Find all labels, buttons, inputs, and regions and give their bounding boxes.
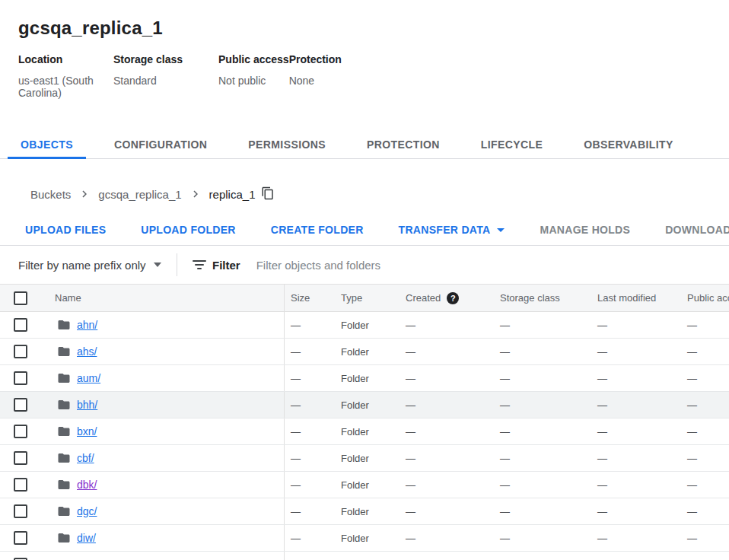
toolbar-button[interactable]: TRANSFER DATA [390, 216, 514, 243]
toolbar-button-label: UPLOAD FOLDER [141, 224, 235, 236]
table-row: diw/ — Folder — — — — [0, 525, 729, 552]
folder-icon [57, 451, 71, 465]
help-icon[interactable]: ? [447, 292, 459, 304]
cell-size: — [284, 365, 335, 391]
row-checkbox[interactable] [14, 504, 27, 518]
cell-last-modified: — [591, 453, 681, 464]
content-copy-icon [261, 186, 275, 202]
toolbar-button[interactable]: UPLOAD FILES [16, 216, 115, 243]
breadcrumb-item: Buckets [30, 187, 98, 201]
breadcrumb-label[interactable]: Buckets [30, 188, 71, 201]
row-checkbox[interactable] [14, 425, 27, 438]
cell-size: — [284, 392, 335, 418]
cell-size: — [284, 498, 335, 524]
cell-size: — [284, 445, 335, 471]
row-checkbox[interactable] [14, 531, 27, 545]
chevron-right-icon [189, 187, 202, 201]
table-row: bhh/ — Folder — — — — [0, 392, 729, 418]
folder-link[interactable]: ahs/ [77, 345, 97, 358]
tab-label: CONFIGURATION [114, 138, 207, 151]
table-row: dgc/ — Folder — — — — [0, 498, 729, 525]
cell-created: — [400, 399, 494, 411]
cell-last-modified: — [591, 479, 681, 491]
folder-link[interactable]: bxn/ [77, 425, 97, 438]
table-body: ahn/ — Folder — — — — ahs/ — [0, 312, 729, 560]
table-row: dki/ — Folder — — — — [0, 552, 729, 560]
tab-label: OBSERVABILITY [584, 138, 673, 151]
metadata-block: Protection None [289, 53, 342, 99]
folder-icon [57, 345, 71, 358]
cell-last-modified: — [591, 373, 681, 384]
metadata-value: us-east1 (South Carolina) [18, 75, 113, 99]
metadata-label: Public access [218, 53, 289, 65]
cell-last-modified: — [591, 399, 681, 411]
cell-last-modified: — [591, 426, 681, 438]
tab[interactable]: LIFECYCLE [468, 131, 556, 158]
folder-icon [57, 371, 71, 385]
dropdown-arrow-icon [154, 262, 161, 267]
bucket-header: gcsqa_replica_1 Location us-east1 (South… [0, 0, 729, 99]
metadata-value: Not public [218, 75, 289, 87]
table-header-row: Name Size Type Created ? Storage class L… [0, 284, 729, 312]
metadata-block: Storage class Standard [113, 53, 218, 99]
cell-size: — [284, 525, 335, 551]
cell-created: — [400, 533, 494, 544]
cell-last-modified: — [591, 506, 681, 517]
folder-icon [57, 531, 71, 545]
cell-type: Folder [335, 320, 400, 331]
row-checkbox[interactable] [14, 478, 27, 492]
dropdown-arrow-icon [497, 228, 505, 232]
folder-link[interactable]: dgc/ [77, 505, 97, 517]
cell-created: — [400, 346, 494, 358]
folder-icon [57, 398, 71, 412]
row-checkbox[interactable] [14, 451, 27, 465]
tab-label: PROTECTION [367, 138, 440, 151]
toolbar-button-label: TRANSFER DATA [399, 224, 491, 236]
folder-link[interactable]: dbk/ [77, 479, 97, 491]
row-checkbox[interactable] [14, 371, 27, 385]
cell-type: Folder [335, 426, 400, 438]
filter-objects-input[interactable] [256, 259, 729, 272]
folder-link[interactable]: aum/ [77, 372, 100, 384]
breadcrumb-label[interactable]: gcsqa_replica_1 [98, 188, 181, 201]
objects-toolbar: UPLOAD FILES UPLOAD FOLDER CREATE FOLDER… [0, 215, 729, 246]
toolbar-button[interactable]: CREATE FOLDER [262, 216, 373, 243]
folder-icon [57, 504, 71, 518]
tab[interactable]: OBSERVABILITY [571, 131, 686, 158]
cell-public-access: — [681, 373, 729, 384]
folder-link[interactable]: cbf/ [77, 452, 94, 464]
cell-last-modified: — [591, 533, 681, 544]
toolbar-button[interactable]: DOWNLOAD [656, 216, 729, 243]
tab[interactable]: CONFIGURATION [101, 131, 220, 158]
cell-type: Folder [335, 399, 400, 411]
folder-link[interactable]: bhh/ [77, 399, 97, 411]
cell-public-access: — [681, 426, 729, 438]
table-row: bxn/ — Folder — — — — [0, 418, 729, 445]
cell-type: Folder [335, 453, 400, 464]
folder-link[interactable]: diw/ [77, 532, 96, 544]
row-checkbox[interactable] [14, 345, 27, 358]
tab[interactable]: PERMISSIONS [235, 131, 339, 158]
folder-icon [57, 318, 71, 332]
metadata-block: Location us-east1 (South Carolina) [18, 53, 113, 99]
filter-label: Filter [212, 259, 240, 272]
tab[interactable]: OBJECTS [8, 131, 86, 158]
toolbar-button[interactable]: MANAGE HOLDS [530, 216, 639, 243]
cell-public-access: — [681, 533, 729, 544]
select-all-checkbox[interactable] [14, 291, 27, 305]
copy-path-button[interactable] [261, 186, 275, 202]
toolbar-button[interactable]: UPLOAD FOLDER [132, 216, 244, 243]
column-header-name: Name [43, 292, 284, 304]
cell-created: — [400, 453, 494, 464]
row-checkbox[interactable] [14, 398, 27, 412]
folder-link[interactable]: ahn/ [77, 319, 97, 331]
breadcrumb-label[interactable]: replica_1 [209, 188, 256, 201]
filter-bar: Filter by name prefix only Filter [0, 246, 729, 284]
filter-scope-dropdown[interactable]: Filter by name prefix only [18, 259, 177, 272]
cell-size: — [284, 312, 335, 338]
row-checkbox[interactable] [14, 318, 27, 332]
tab[interactable]: PROTECTION [354, 131, 453, 158]
metadata-label: Protection [289, 53, 342, 65]
tab-label: PERMISSIONS [248, 138, 326, 151]
cell-created: — [400, 373, 494, 384]
